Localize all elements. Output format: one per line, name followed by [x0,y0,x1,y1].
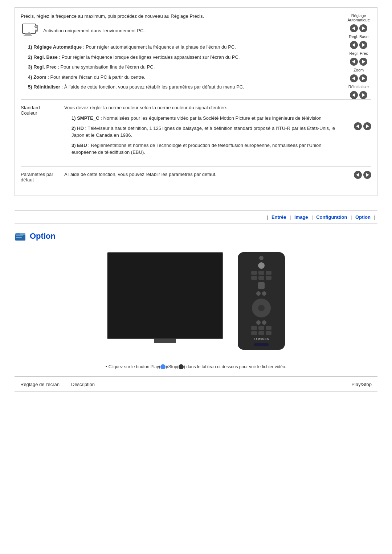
hd-item: 2) HD : Téléviseur à haute définition, 1… [72,125,342,139]
svg-rect-1 [25,33,31,35]
ctrl-btn-left-std[interactable] [354,122,362,130]
remote-row-1 [251,271,271,275]
parametres-controls[interactable] [342,171,371,182]
ctrl-btn-right-std[interactable] [363,122,371,130]
remote-small-btn-3 [266,271,271,275]
ctrl-buttons-reinit[interactable] [350,91,367,99]
controls-panel: RéglageAutomatique Regl. Base Regl. Prec… [347,13,370,99]
remote-small-btn-2 [258,271,264,275]
list-item-3: 3) Regl. Prec : Pour une syntonisation f… [28,63,371,71]
svg-rect-7 [35,28,37,29]
remote-small-btn-6 [266,276,271,280]
ctrl-btn-right-prec[interactable] [359,58,367,66]
ctrl-btn-right-base[interactable] [359,41,367,49]
remote-med-1 [256,291,261,296]
remote-brand: SAMSUNG [254,338,269,340]
play-icon [160,364,166,369]
footer-col1: Réglage de l'écran [15,377,65,392]
standard-ctrl-buttons[interactable] [354,122,371,130]
ctrl-btn-left-auto[interactable] [350,24,358,32]
footer-table: Réglage de l'écran Description Play/Stop [15,377,377,392]
ctrl-btn-left-param[interactable] [354,171,362,179]
parametres-content: A l'aide de cette fonction, vous pouvez … [64,171,342,182]
pc-note: Activation uniquement dans l'environneme… [21,23,371,38]
nav-link-entree[interactable]: Entrée [271,214,286,220]
nav-sep-2: | [290,214,291,220]
svg-point-3 [29,32,30,33]
footer-row: Réglage de l'écran Description Play/Stop [15,377,377,392]
nav-sep-3: | [311,214,313,220]
list-item-1: 1) Réglage Automatique : Pour régler aut… [28,44,371,51]
remote-back-btn [258,282,265,289]
remote-top-btn [259,256,264,260]
parametres-label: Paramètres pardéfaut [21,171,64,182]
nav-link-image[interactable]: Image [294,214,308,220]
nav-bar: | Entrée | Image | Configuration | Optio… [15,210,377,224]
remote-small-btn-1 [251,271,257,275]
svg-rect-6 [35,26,37,27]
remote-small-10 [251,331,257,335]
ctrl-btn-left-base[interactable] [350,41,358,49]
monitor-image [107,252,223,339]
remote-dpad-center [258,305,265,311]
remote-row-6 [251,331,271,335]
svg-rect-2 [24,35,32,36]
stop-icon [179,364,184,369]
items-list: 1) Réglage Automatique : Pour régler aut… [28,44,371,91]
remote-power-btn [258,262,265,269]
parametres-text: A l'aide de cette fonction, vous pouvez … [64,171,342,178]
ctrl-btn-right-zoom[interactable] [359,74,367,82]
list-item-2: 2) Regl. Base : Pour régler la fréquence… [28,54,371,61]
nav-sep-5: | [374,214,375,220]
ctrl-buttons-zoom[interactable] [350,74,367,82]
svg-rect-8 [35,29,37,30]
standard-controls[interactable] [342,104,371,159]
remote-small-btn-5 [258,276,264,280]
ctrl-label-zoom: Zoom [354,68,364,72]
list-item-4: 4) Zoom : Pour étendre l'écran du PC à p… [28,74,371,81]
ctrl-buttons-auto[interactable] [350,24,367,32]
intro-text: Précis, réglez la fréquence au maximum, … [21,13,371,19]
list-item-5: 5) Réinitialiser : À l'aide de cette fon… [28,83,371,91]
nav-link-configuration[interactable]: Configuration [316,214,347,220]
standard-couleur-label: StandardCouleur [21,104,64,159]
ctrl-buttons-prec[interactable] [350,58,367,66]
ctrl-btn-right-param[interactable] [363,171,371,179]
remote-dpad [252,299,271,317]
ctrl-buttons-base[interactable] [350,41,367,49]
remote-row-2 [251,276,271,280]
ctrl-label-prec: Regl. Prec [349,51,368,56]
option-icon [15,231,26,241]
remote-bottom [254,343,269,346]
remote-small-8 [258,326,264,330]
parametres-ctrl-buttons[interactable] [354,171,371,179]
remote-small-12 [266,331,271,335]
remote-small-btn-4 [251,276,257,280]
footer-col2: Description [65,377,334,392]
ctrl-btn-left-prec[interactable] [350,58,358,66]
remote-med-4 [262,320,266,325]
remote-row-4 [256,320,266,325]
ctrl-label-base: Regl. Base [349,34,368,39]
remote-small-11 [258,331,264,335]
remote-row-3 [256,291,266,296]
ctrl-label-reinit: Réinitialiser [348,85,369,89]
standard-couleur-content: Vous devez régler la norme couleur selon… [64,104,342,159]
svg-rect-11 [16,235,23,236]
media-section: SAMSUNG [15,252,377,350]
ctrl-btn-right-reinit[interactable] [359,91,367,99]
nav-sep-1: | [267,214,268,220]
nav-link-option[interactable]: Option [355,214,371,220]
ctrl-btn-left-zoom[interactable] [350,74,358,82]
svg-rect-0 [23,24,36,33]
svg-rect-5 [34,26,35,27]
nav-sep-4: | [351,214,352,220]
remote-med-3 [256,320,261,325]
ctrl-label-auto: RéglageAutomatique [347,13,370,22]
pc-icon [21,23,39,38]
remote-control: SAMSUNG [238,252,285,350]
ebu-item: 3) EBU : Réglementations et normes de Te… [72,142,342,156]
ctrl-btn-right-auto[interactable] [359,24,367,32]
option-header: Option [15,231,377,241]
ctrl-btn-left-reinit[interactable] [350,91,358,99]
